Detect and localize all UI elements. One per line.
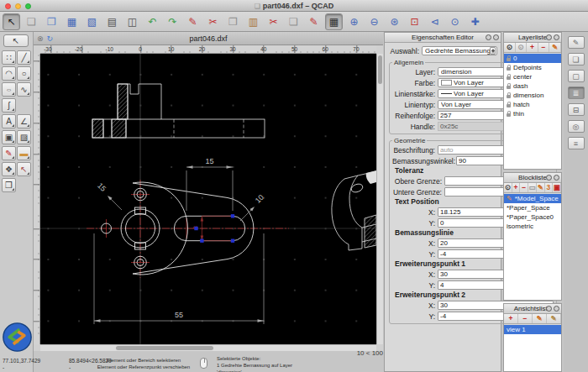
undo-button[interactable]: ↶ (144, 13, 161, 30)
open-file-button[interactable]: ❐ (43, 13, 60, 30)
paste-with-reference-button[interactable]: ❏ (285, 13, 302, 30)
remove-view-button[interactable]: − (518, 314, 533, 323)
view 1[interactable]: view 1 (504, 325, 561, 334)
tool-dimension[interactable]: ∠ (17, 114, 31, 128)
edit-pencil-button[interactable]: ✎ (184, 13, 202, 30)
horizontal-scrollbar[interactable] (40, 344, 376, 351)
remove-block-button[interactable]: − (520, 183, 528, 192)
toggle-layer-list-button[interactable]: ❏ (568, 53, 585, 65)
pan-button[interactable]: ✚ (466, 13, 484, 30)
tool-select[interactable]: ↖ (17, 162, 31, 176)
tool-line[interactable]: ╱ (17, 50, 31, 65)
add-layer-button[interactable]: + (527, 43, 538, 52)
hatch[interactable]: hatch (504, 100, 561, 109)
tool-circle[interactable]: ○ (17, 66, 31, 81)
cut-button[interactable]: ✂ (204, 13, 222, 30)
previous-view-button[interactable]: ⊲ (426, 13, 444, 30)
selection-combo[interactable]: Gedrehte Bemassung (1) (422, 46, 497, 55)
tool-modify[interactable]: ❖ (2, 162, 16, 176)
minimize-window-button[interactable] (15, 3, 21, 9)
save-button[interactable]: ▦ (63, 13, 81, 30)
thin[interactable]: thin (504, 109, 561, 118)
edit-view-button[interactable]: ✎ (533, 314, 547, 323)
add-view-button[interactable]: + (504, 314, 518, 323)
dimensions[interactable]: 15 55 15 10 (94, 157, 265, 324)
*Paper_Space0[interactable]: ✎*Paper_Space0 (504, 212, 561, 222)
vertical-scrollbar[interactable] (376, 54, 383, 344)
horizontal-scroll-thumb[interactable] (116, 346, 213, 350)
tool-viewport[interactable]: ▣ (2, 130, 16, 144)
status-bar: 77.101,37.7429- 85.8494<26.5829- Element… (0, 353, 383, 372)
selection-status: Selektierte Objekte:1 Gedrehte Bemassung… (217, 356, 326, 372)
zoom-window-button[interactable]: ⊡ (406, 13, 423, 30)
float-panel-icon[interactable] (486, 34, 491, 40)
close-window-button[interactable] (5, 3, 11, 9)
tool-arc[interactable]: ◠ (2, 66, 16, 81)
*Paper_Space[interactable]: ✎*Paper_Space (504, 203, 561, 212)
zoom-in-button[interactable]: ⊕ (345, 13, 363, 30)
edit-block-button[interactable]: ✎ (537, 183, 545, 192)
block-xyz-button[interactable]: 3 (545, 183, 554, 192)
show-all-layers-button[interactable]: ⊙ (504, 43, 516, 52)
isometric-view[interactable] (332, 170, 376, 250)
block-attributes-button[interactable]: ▭ (528, 183, 537, 192)
selection-tool-button[interactable]: ↖ (3, 34, 29, 47)
cut-with-reference-button[interactable]: ✂ (265, 13, 282, 30)
add-block-button[interactable]: + (512, 183, 521, 192)
selection-arrow-button[interactable]: ↖ (3, 13, 20, 30)
print-preview-button[interactable]: ◫ (123, 13, 141, 30)
tool-hatch[interactable]: ✎ (2, 146, 16, 160)
tool-point[interactable]: ∷ (2, 50, 16, 65)
close-panel-icon[interactable] (493, 34, 499, 40)
show-all-blocks-button[interactable]: ⊙ (504, 183, 512, 192)
center[interactable]: center (504, 72, 561, 81)
isometric[interactable]: ✎isometric (504, 222, 561, 231)
new-file-button[interactable]: ❏ (23, 13, 40, 30)
remove-layer-button[interactable]: − (538, 43, 550, 52)
tool-polyline[interactable]: ʃ (2, 98, 16, 113)
tab-drawing[interactable]: part046.dxf (34, 34, 383, 43)
close-block-edit-button[interactable]: ▣ (553, 183, 561, 192)
tool-ellipse[interactable]: ○ (2, 82, 16, 97)
toggle-block-list-button[interactable]: ▢ (568, 70, 585, 82)
toggle-library-browser-button[interactable]: ≣ (568, 86, 585, 99)
zoom-out-button[interactable]: ⊖ (365, 13, 383, 30)
close-panel-icon[interactable] (554, 34, 559, 40)
close-panel-icon[interactable] (554, 306, 559, 312)
tool-image[interactable]: ▨ (17, 130, 31, 144)
drawing-canvas[interactable]: 15 55 15 10 8 (40, 54, 376, 344)
save-as-button[interactable]: ▧ (83, 13, 101, 30)
tool-3d-box[interactable]: ❒ (2, 178, 16, 192)
float-panel-icon[interactable] (546, 306, 552, 312)
*Model_Space[interactable]: ✎*Model_Space (504, 194, 561, 203)
close-panel-icon[interactable] (554, 175, 559, 181)
paste-button[interactable]: ▥ (244, 13, 262, 30)
0[interactable]: 0 (504, 54, 561, 63)
property-pen-button[interactable]: ✎ (305, 13, 323, 30)
Defpoints[interactable]: Defpoints (504, 63, 561, 72)
redo-button[interactable]: ↷ (164, 13, 181, 30)
toggle-misc-panel-button[interactable]: ≡ (568, 137, 585, 149)
side-view[interactable] (92, 84, 265, 138)
float-panel-icon[interactable] (546, 175, 552, 181)
vertical-scroll-thumb[interactable] (378, 55, 382, 84)
toggle-selection-filter-button[interactable]: ◎ (568, 120, 585, 133)
copy-button[interactable]: ❐ (224, 13, 242, 30)
tool-text[interactable]: A (2, 114, 16, 128)
tool-spline[interactable]: ∿ (17, 82, 31, 97)
float-panel-icon[interactable] (546, 34, 552, 40)
dimension[interactable]: dimension (504, 91, 561, 100)
edit-layer-button[interactable]: ✎ (549, 43, 561, 52)
zoom-page-button[interactable]: ⊙ (446, 13, 464, 30)
hide-all-layers-button[interactable]: ⊙ (516, 43, 528, 52)
tool-solid-fill[interactable]: ▬ (17, 146, 31, 160)
print-button[interactable]: ▤ (103, 13, 121, 30)
zoom-window-button-mac[interactable] (25, 3, 31, 9)
restore-view-button[interactable]: ✎ (547, 314, 561, 323)
drawing-tab-bar: ⊗ ↻ part046.dxf (34, 32, 383, 45)
dash[interactable]: dash (504, 81, 561, 91)
auto-zoom-button[interactable]: ⊛ (386, 13, 403, 30)
grid-toggle-button[interactable]: ▦ (325, 13, 343, 30)
toggle-command-line-button[interactable]: ⊟ (568, 103, 585, 116)
toggle-property-editor-button[interactable]: ✎ (568, 36, 585, 49)
